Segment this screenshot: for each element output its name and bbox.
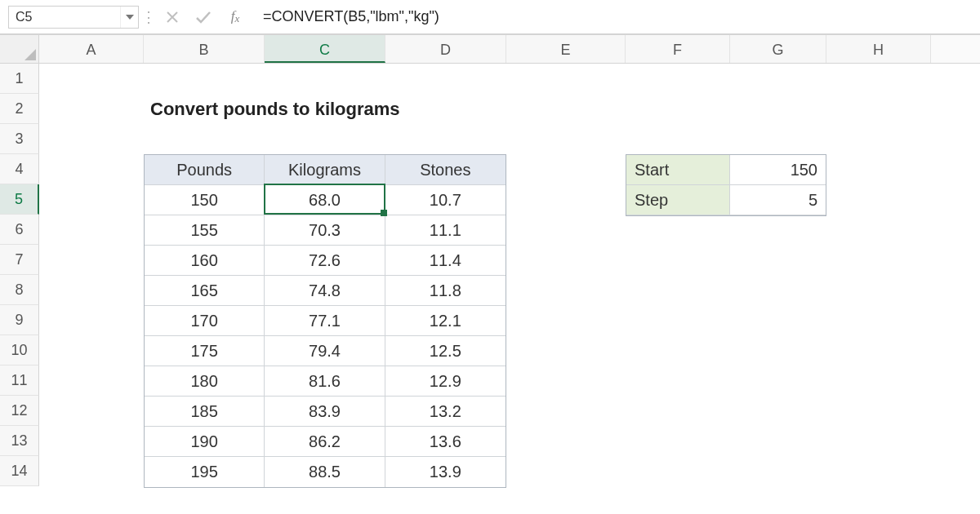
row-header-8[interactable]: 8: [0, 275, 39, 305]
table-cell[interactable]: 13.2: [385, 397, 506, 427]
table-cell[interactable]: 70.3: [265, 215, 385, 246]
column-header-D[interactable]: D: [385, 35, 506, 63]
table-cell[interactable]: 81.6: [265, 366, 385, 397]
table-cell[interactable]: 150: [145, 185, 265, 215]
table-row: 15570.311.1: [145, 215, 506, 246]
table-row: 18583.913.2: [145, 397, 506, 427]
table-row: 16072.611.4: [145, 246, 506, 276]
table-cell[interactable]: 13.9: [385, 457, 506, 487]
table-row: 16574.811.8: [145, 276, 506, 306]
table-cell[interactable]: 12.5: [385, 336, 506, 366]
row-header-4[interactable]: 4: [0, 154, 39, 184]
table-cell[interactable]: 10.7: [385, 185, 506, 215]
param-row: Step5: [626, 185, 826, 215]
conversion-table: PoundsKilogramsStones15068.010.715570.31…: [144, 154, 506, 488]
table-cell[interactable]: 160: [145, 246, 265, 276]
table-header[interactable]: Stones: [385, 155, 506, 185]
formula-input[interactable]: =CONVERT(B5,"lbm","kg"): [252, 6, 972, 29]
row-header-12[interactable]: 12: [0, 396, 39, 426]
table-header[interactable]: Pounds: [145, 155, 265, 185]
row-header-1[interactable]: 1: [0, 64, 39, 94]
table-cell[interactable]: 72.6: [265, 246, 385, 276]
enter-button[interactable]: [188, 6, 219, 29]
column-header-C[interactable]: C: [265, 35, 385, 63]
table-cell[interactable]: 11.8: [385, 276, 506, 306]
table-cell[interactable]: 190: [145, 427, 265, 457]
table-cell[interactable]: 180: [145, 366, 265, 397]
column-header-H[interactable]: H: [826, 35, 931, 63]
table-row: 17579.412.5: [145, 336, 506, 366]
table-cell[interactable]: 170: [145, 306, 265, 336]
row-header-10[interactable]: 10: [0, 335, 39, 366]
column-header-E[interactable]: E: [506, 35, 626, 63]
insert-function-button[interactable]: fx: [219, 8, 252, 25]
param-value[interactable]: 5: [730, 185, 826, 215]
row-header-11[interactable]: 11: [0, 366, 39, 396]
column-header-A[interactable]: A: [39, 35, 144, 63]
table-row: 17077.112.1: [145, 306, 506, 336]
table-cell[interactable]: 74.8: [265, 276, 385, 306]
column-header-G[interactable]: G: [730, 35, 826, 63]
table-cell[interactable]: 83.9: [265, 397, 385, 427]
table-cell[interactable]: 13.6: [385, 427, 506, 457]
column-headers: ABCDEFGH: [0, 34, 980, 64]
spreadsheet-grid[interactable]: ABCDEFGH 1234567891011121314 Convert pou…: [0, 64, 980, 514]
table-cell[interactable]: 12.9: [385, 366, 506, 397]
row-header-5[interactable]: 5: [0, 184, 39, 215]
table-row: 15068.010.7: [145, 185, 506, 215]
row-header-3[interactable]: 3: [0, 124, 39, 154]
row-header-13[interactable]: 13: [0, 426, 39, 456]
name-box[interactable]: C5: [8, 6, 139, 29]
table-cell[interactable]: 11.4: [385, 246, 506, 276]
formula-bar: C5 ⋮ fx =CONVERT(B5,"lbm","kg"): [0, 0, 980, 34]
param-row: Start150: [626, 155, 826, 185]
select-all-corner[interactable]: [0, 35, 39, 63]
row-headers: 1234567891011121314: [0, 64, 39, 486]
table-cell[interactable]: 88.5: [265, 457, 385, 487]
table-row: 18081.612.9: [145, 366, 506, 397]
param-label[interactable]: Step: [626, 185, 730, 215]
row-header-9[interactable]: 9: [0, 305, 39, 335]
table-cell[interactable]: 175: [145, 336, 265, 366]
page-title: Convert pounds to kilograms: [144, 94, 634, 124]
table-cell[interactable]: 77.1: [265, 306, 385, 336]
table-cell[interactable]: 79.4: [265, 336, 385, 366]
column-header-F[interactable]: F: [626, 35, 730, 63]
param-label[interactable]: Start: [626, 155, 730, 185]
column-header-B[interactable]: B: [144, 35, 265, 63]
table-cell[interactable]: 185: [145, 397, 265, 427]
parameters-table: Start150Step5: [626, 154, 826, 216]
name-box-value: C5: [9, 10, 120, 24]
name-box-dropdown-icon[interactable]: [120, 7, 138, 28]
table-cell[interactable]: 195: [145, 457, 265, 487]
row-header-2[interactable]: 2: [0, 94, 39, 124]
row-header-7[interactable]: 7: [0, 245, 39, 275]
table-cell[interactable]: 68.0: [265, 185, 385, 215]
row-header-14[interactable]: 14: [0, 456, 39, 486]
table-cell[interactable]: 86.2: [265, 427, 385, 457]
table-header[interactable]: Kilograms: [265, 155, 385, 185]
table-cell[interactable]: 155: [145, 215, 265, 246]
formula-bar-separator-icon: ⋮: [139, 8, 157, 26]
formula-text: =CONVERT(B5,"lbm","kg"): [263, 8, 439, 25]
table-row: 19588.513.9: [145, 457, 506, 487]
table-row: 19086.213.6: [145, 427, 506, 457]
cancel-button[interactable]: [157, 6, 188, 29]
table-cell[interactable]: 165: [145, 276, 265, 306]
row-header-6[interactable]: 6: [0, 215, 39, 245]
param-value[interactable]: 150: [730, 155, 826, 185]
table-cell[interactable]: 12.1: [385, 306, 506, 336]
table-cell[interactable]: 11.1: [385, 215, 506, 246]
